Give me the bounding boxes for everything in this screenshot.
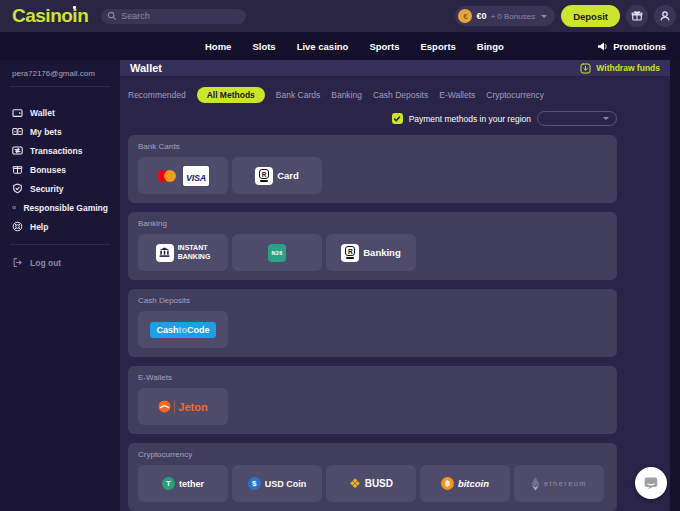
- method-mastercard-visa[interactable]: VISA: [138, 157, 228, 194]
- sidebar-item-label: Bonuses: [30, 165, 66, 175]
- busd-icon: ❖: [349, 477, 361, 490]
- section-title: Bank Cards: [138, 142, 607, 151]
- user-icon: [659, 10, 671, 22]
- method-label: BUSD: [365, 478, 393, 489]
- tether-icon: T: [162, 477, 175, 490]
- section-title: E-Wallets: [138, 373, 607, 382]
- wallet-content: Recommended All Methods Bank Cards Banki…: [120, 77, 670, 511]
- deposit-button[interactable]: Deposit: [561, 5, 620, 27]
- page-title: Wallet: [130, 62, 162, 74]
- nav-live-casino[interactable]: Live casino: [297, 41, 349, 52]
- scrollbar-track[interactable]: [670, 60, 680, 511]
- chevron-down-icon: [603, 117, 609, 120]
- search-icon: [107, 11, 117, 21]
- method-jeton[interactable]: Jeton: [138, 388, 228, 425]
- sidebar-item-my-bets[interactable]: My bets: [0, 122, 120, 141]
- wallet-icon: [12, 107, 23, 118]
- top-bar: Casinoin € €0 + 0 Bonuses Deposit: [0, 0, 680, 32]
- usd-coin-icon: $: [248, 477, 261, 490]
- visa-logo: VISA: [183, 166, 209, 186]
- method-banking[interactable]: R Banking: [326, 234, 416, 271]
- nav-slots[interactable]: Slots: [252, 41, 275, 52]
- method-card[interactable]: R Card: [232, 157, 322, 194]
- sidebar-item-label: Help: [30, 222, 48, 232]
- jeton-icon: [158, 400, 171, 413]
- section-title: Cryptocurrency: [138, 450, 607, 459]
- search-input[interactable]: [121, 11, 240, 21]
- checkmark-icon: [393, 115, 401, 123]
- logout-label: Log out: [30, 258, 61, 268]
- sidebar-item-label: My bets: [30, 127, 62, 137]
- divider: [10, 86, 110, 87]
- section-e-wallets: E-Wallets Jeton: [128, 366, 617, 434]
- sidebar-item-bonuses[interactable]: Bonuses: [0, 160, 120, 179]
- jeton-logo: Jeton: [158, 400, 207, 413]
- sidebar-item-responsible-gaming[interactable]: Responsible Gaming: [0, 198, 120, 217]
- method-label: bitcoin: [458, 478, 489, 489]
- live-chat-button[interactable]: [635, 467, 667, 499]
- nav-sports[interactable]: Sports: [369, 41, 399, 52]
- divider: [10, 244, 110, 245]
- method-cashtocode[interactable]: CashtoCode: [138, 311, 228, 348]
- method-label: INSTANTBANKING: [178, 244, 211, 260]
- section-banking: Banking INSTANTBANKING N26: [128, 212, 617, 280]
- wallet-main: Wallet Withdraw funds Recommended All Me…: [120, 60, 670, 511]
- casinoin-logo[interactable]: Casinoin: [12, 5, 88, 27]
- method-usd-coin[interactable]: $ USD Coin: [232, 465, 322, 502]
- sidebar-item-help[interactable]: Help: [0, 217, 120, 236]
- method-instant-banking[interactable]: INSTANTBANKING: [138, 234, 228, 271]
- sidebar-item-wallet[interactable]: Wallet: [0, 103, 120, 122]
- section-cash-deposits: Cash Deposits CashtoCode: [128, 289, 617, 357]
- method-label: tether: [179, 479, 204, 489]
- withdraw-funds-button[interactable]: Withdraw funds: [580, 63, 660, 74]
- profile-button[interactable]: [654, 5, 676, 27]
- bitcoin-icon: ฿: [441, 477, 454, 490]
- bonus-count: + 0 Bonuses: [490, 12, 535, 21]
- sidebar-item-transactions[interactable]: Transactions: [0, 141, 120, 160]
- lifebuoy-icon: [12, 221, 23, 232]
- region-checkbox[interactable]: [392, 113, 403, 124]
- withdraw-icon: [580, 63, 591, 74]
- logout-icon: [12, 257, 23, 268]
- shield-icon: [12, 183, 23, 194]
- logo-text: Casino: [12, 5, 72, 26]
- megaphone-icon: [597, 41, 608, 52]
- tab-cash-deposits[interactable]: Cash Deposits: [373, 87, 428, 103]
- search-bar[interactable]: [101, 9, 246, 24]
- dice-icon: [12, 126, 23, 137]
- nav-promotions[interactable]: Promotions: [597, 41, 666, 52]
- method-tabs: Recommended All Methods Bank Cards Banki…: [128, 87, 617, 103]
- tab-bank-cards[interactable]: Bank Cards: [276, 87, 320, 103]
- bonuses-button[interactable]: [626, 5, 648, 27]
- body-row: pera72176@gmail.com Wallet My bets Trans…: [0, 60, 680, 511]
- method-busd[interactable]: ❖ BUSD: [326, 465, 416, 502]
- method-n26[interactable]: N26: [232, 234, 322, 271]
- tab-e-wallets[interactable]: E-Wallets: [439, 87, 475, 103]
- method-ethereum[interactable]: ethereum: [514, 465, 604, 502]
- balance-amount: €0: [476, 11, 486, 21]
- chevron-down-icon: [541, 15, 547, 18]
- method-bitcoin[interactable]: ฿ bitcoin: [420, 465, 510, 502]
- withdraw-label: Withdraw funds: [596, 63, 660, 73]
- eye-icon: [12, 202, 16, 213]
- nav-esports[interactable]: Esports: [420, 41, 455, 52]
- mastercard-icon: [157, 170, 176, 182]
- method-tether[interactable]: T tether: [138, 465, 228, 502]
- tab-banking[interactable]: Banking: [331, 87, 362, 103]
- sidebar-item-label: Responsible Gaming: [23, 203, 108, 213]
- nav-bingo[interactable]: Bingo: [477, 41, 504, 52]
- main-nav: Home Slots Live casino Sports Esports Bi…: [0, 32, 680, 60]
- region-select[interactable]: [537, 111, 617, 126]
- nav-home[interactable]: Home: [205, 41, 231, 52]
- sidebar-item-label: Security: [30, 184, 64, 194]
- tab-recommended[interactable]: Recommended: [128, 87, 186, 103]
- user-email: pera72176@gmail.com: [0, 69, 120, 78]
- balance-pill[interactable]: € €0 + 0 Bonuses: [455, 6, 555, 26]
- cashtocode-logo: CashtoCode: [150, 322, 215, 338]
- logout-button[interactable]: Log out: [0, 253, 120, 272]
- method-label: USD Coin: [265, 479, 307, 489]
- gift-icon: [12, 164, 23, 175]
- tab-cryptocurrency[interactable]: Cryptocurrency: [486, 87, 544, 103]
- tab-all-methods[interactable]: All Methods: [197, 87, 265, 103]
- sidebar-item-security[interactable]: Security: [0, 179, 120, 198]
